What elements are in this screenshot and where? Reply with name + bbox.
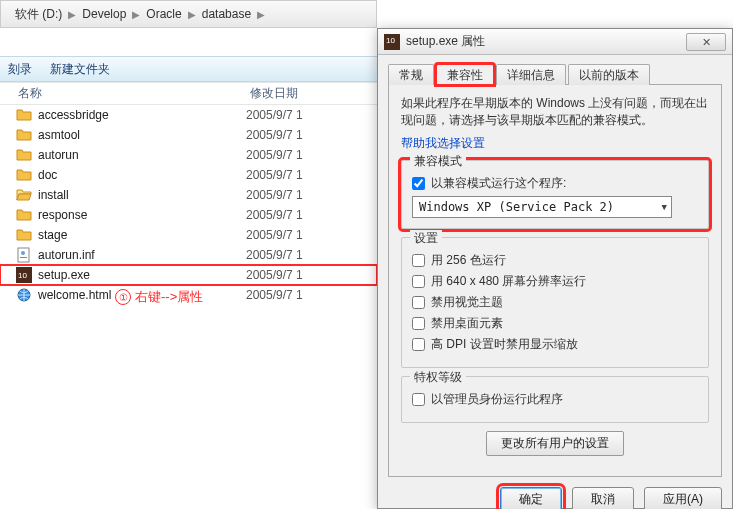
file-date: 2005/9/7 1 bbox=[246, 108, 303, 122]
file-name: autorun.inf bbox=[38, 248, 246, 262]
file-date: 2005/9/7 1 bbox=[246, 288, 303, 302]
column-date[interactable]: 修改日期 bbox=[250, 85, 377, 102]
explorer-toolbar: 刻录 新建文件夹 bbox=[0, 56, 377, 82]
compat-os-combo[interactable]: Windows XP (Service Pack 2) ▼ bbox=[412, 196, 672, 218]
settings-checkbox-label: 禁用桌面元素 bbox=[431, 315, 503, 332]
settings-checkbox-row[interactable]: 禁用桌面元素 bbox=[412, 315, 698, 332]
file-name: autorun bbox=[38, 148, 246, 162]
chevron-down-icon: ▼ bbox=[662, 202, 667, 212]
compat-checkbox[interactable] bbox=[412, 177, 425, 190]
new-folder-button[interactable]: 新建文件夹 bbox=[50, 61, 110, 78]
compat-checkbox-label: 以兼容模式运行这个程序: bbox=[431, 175, 566, 192]
annotation-rightclick: ① 右键-->属性 bbox=[115, 288, 203, 306]
folder-icon bbox=[16, 107, 32, 123]
compat-os-value: Windows XP (Service Pack 2) bbox=[419, 200, 614, 214]
settings-checkbox-label: 用 640 x 480 屏幕分辨率运行 bbox=[431, 273, 586, 290]
group-legend: 设置 bbox=[410, 230, 442, 247]
file-name: doc bbox=[38, 168, 246, 182]
file-date: 2005/9/7 1 bbox=[246, 248, 303, 262]
admin-checkbox[interactable] bbox=[412, 393, 425, 406]
tabs: 常规 兼容性 详细信息 以前的版本 bbox=[388, 63, 722, 85]
file-name: accessbridge bbox=[38, 108, 246, 122]
file-date: 2005/9/7 1 bbox=[246, 268, 303, 282]
settings-checkbox[interactable] bbox=[412, 338, 425, 351]
inf-icon bbox=[16, 247, 32, 263]
bc-part[interactable]: Oracle bbox=[146, 7, 181, 21]
file-row[interactable]: doc2005/9/7 1 bbox=[0, 165, 377, 185]
settings-checkbox[interactable] bbox=[412, 317, 425, 330]
exe-icon: 10 bbox=[16, 267, 32, 283]
file-date: 2005/9/7 1 bbox=[246, 148, 303, 162]
compat-checkbox-row[interactable]: 以兼容模式运行这个程序: bbox=[412, 175, 698, 192]
svg-point-1 bbox=[21, 251, 25, 255]
privilege-group: 特权等级 以管理员身份运行此程序 bbox=[401, 376, 709, 423]
help-link[interactable]: 帮助我选择设置 bbox=[401, 136, 485, 150]
file-row[interactable]: stage2005/9/7 1 bbox=[0, 225, 377, 245]
chevron-right-icon: ▶ bbox=[68, 9, 76, 20]
file-row[interactable]: accessbridge2005/9/7 1 bbox=[0, 105, 377, 125]
folder-icon bbox=[16, 207, 32, 223]
breadcrumb[interactable]: 软件 (D:)▶ Develop▶ Oracle▶ database▶ bbox=[0, 0, 377, 28]
annotation-number-1: ① bbox=[115, 289, 131, 305]
tab-details[interactable]: 详细信息 bbox=[496, 64, 566, 85]
file-name: asmtool bbox=[38, 128, 246, 142]
file-row[interactable]: autorun2005/9/7 1 bbox=[0, 145, 377, 165]
folder-icon bbox=[16, 127, 32, 143]
settings-checkbox[interactable] bbox=[412, 275, 425, 288]
svg-rect-0 bbox=[18, 248, 29, 262]
ok-button[interactable]: 确定 bbox=[500, 487, 562, 509]
dialog-buttons: 确定 取消 应用(A) bbox=[388, 487, 722, 509]
apply-button[interactable]: 应用(A) bbox=[644, 487, 722, 509]
burn-button[interactable]: 刻录 bbox=[8, 61, 32, 78]
admin-checkbox-row[interactable]: 以管理员身份运行此程序 bbox=[412, 391, 698, 408]
file-name: install bbox=[38, 188, 246, 202]
file-list: 名称 修改日期 accessbridge2005/9/7 1asmtool200… bbox=[0, 82, 377, 305]
settings-group: 设置 用 256 色运行用 640 x 480 屏幕分辨率运行禁用视觉主题禁用桌… bbox=[401, 237, 709, 368]
file-date: 2005/9/7 1 bbox=[246, 208, 303, 222]
chevron-right-icon: ▶ bbox=[257, 9, 265, 20]
file-name: setup.exe bbox=[38, 268, 246, 282]
bc-part[interactable]: database bbox=[202, 7, 251, 21]
properties-dialog: setup.exe 属性 ✕ 常规 兼容性 详细信息 以前的版本 如果此程序在早… bbox=[377, 28, 733, 509]
file-date: 2005/9/7 1 bbox=[246, 128, 303, 142]
column-name[interactable]: 名称 bbox=[0, 85, 250, 102]
close-button[interactable]: ✕ bbox=[686, 33, 726, 51]
folder-icon bbox=[16, 187, 32, 203]
settings-checkbox-row[interactable]: 禁用视觉主题 bbox=[412, 294, 698, 311]
file-date: 2005/9/7 1 bbox=[246, 228, 303, 242]
folder-icon bbox=[16, 147, 32, 163]
file-row[interactable]: install2005/9/7 1 bbox=[0, 185, 377, 205]
svg-rect-2 bbox=[20, 257, 27, 258]
file-name: stage bbox=[38, 228, 246, 242]
svg-text:10: 10 bbox=[18, 271, 27, 280]
titlebar[interactable]: setup.exe 属性 ✕ bbox=[378, 29, 732, 55]
tab-general[interactable]: 常规 bbox=[388, 64, 434, 85]
settings-checkbox[interactable] bbox=[412, 254, 425, 267]
file-row[interactable]: 10setup.exe2005/9/7 1 bbox=[0, 265, 377, 285]
group-legend: 特权等级 bbox=[410, 369, 466, 386]
admin-checkbox-label: 以管理员身份运行此程序 bbox=[431, 391, 563, 408]
dialog-title: setup.exe 属性 bbox=[406, 33, 485, 50]
intro-text: 如果此程序在早期版本的 Windows 上没有问题，而现在出现问题，请选择与该早… bbox=[401, 95, 709, 129]
chevron-right-icon: ▶ bbox=[188, 9, 196, 20]
bc-part[interactable]: 软件 (D:) bbox=[15, 6, 62, 23]
cancel-button[interactable]: 取消 bbox=[572, 487, 634, 509]
compat-mode-group: 兼容模式 以兼容模式运行这个程序: Windows XP (Service Pa… bbox=[401, 160, 709, 229]
settings-checkbox-label: 禁用视觉主题 bbox=[431, 294, 503, 311]
settings-checkbox-label: 用 256 色运行 bbox=[431, 252, 506, 269]
column-headers[interactable]: 名称 修改日期 bbox=[0, 83, 377, 105]
file-row[interactable]: autorun.inf2005/9/7 1 bbox=[0, 245, 377, 265]
file-row[interactable]: response2005/9/7 1 bbox=[0, 205, 377, 225]
settings-checkbox[interactable] bbox=[412, 296, 425, 309]
tab-previous-versions[interactable]: 以前的版本 bbox=[568, 64, 650, 85]
file-name: response bbox=[38, 208, 246, 222]
file-date: 2005/9/7 1 bbox=[246, 168, 303, 182]
settings-checkbox-row[interactable]: 高 DPI 设置时禁用显示缩放 bbox=[412, 336, 698, 353]
file-row[interactable]: asmtool2005/9/7 1 bbox=[0, 125, 377, 145]
annotation-text-1: 右键-->属性 bbox=[135, 288, 203, 306]
settings-checkbox-row[interactable]: 用 256 色运行 bbox=[412, 252, 698, 269]
settings-checkbox-row[interactable]: 用 640 x 480 屏幕分辨率运行 bbox=[412, 273, 698, 290]
change-all-users-button[interactable]: 更改所有用户的设置 bbox=[486, 431, 624, 456]
bc-part[interactable]: Develop bbox=[82, 7, 126, 21]
tab-compatibility[interactable]: 兼容性 bbox=[436, 64, 494, 85]
